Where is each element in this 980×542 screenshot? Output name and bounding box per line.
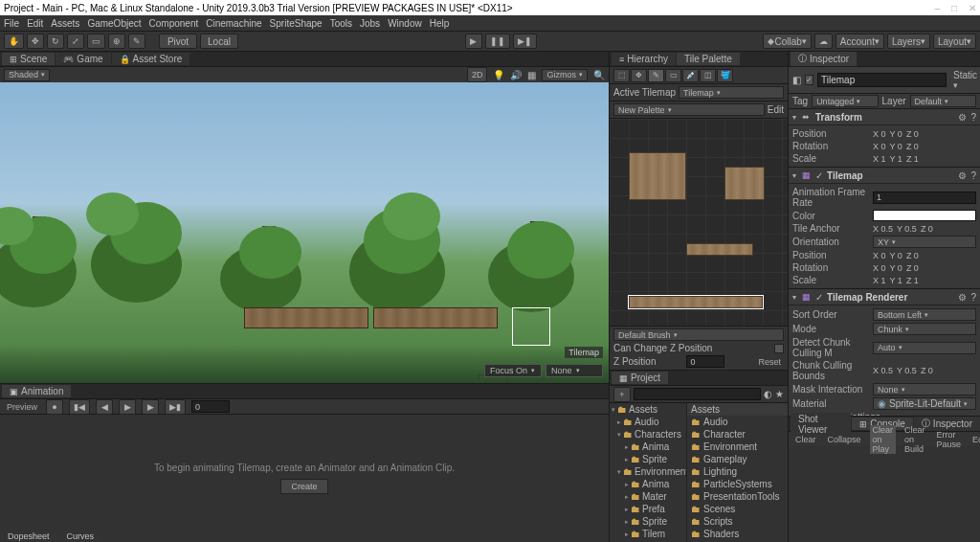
- scene-viewport[interactable]: Tilemap Focus On None: [0, 82, 609, 383]
- local-toggle[interactable]: Local: [200, 34, 238, 49]
- audio-icon[interactable]: 🔊: [510, 70, 522, 80]
- rotate-tool-icon[interactable]: ↻: [47, 34, 64, 49]
- 2d-toggle[interactable]: 2D: [467, 67, 488, 82]
- focus-none-dropdown[interactable]: None: [546, 364, 603, 377]
- pause-button[interactable]: ❚❚: [485, 34, 510, 49]
- z-position-input[interactable]: [686, 355, 724, 368]
- menu-window[interactable]: Window: [388, 18, 422, 29]
- mode-dropdown[interactable]: Chunk: [873, 323, 976, 335]
- project-search-input[interactable]: [634, 388, 761, 400]
- tab-game[interactable]: 🎮 Game: [56, 53, 110, 65]
- minimize-icon[interactable]: –: [934, 3, 940, 13]
- tp-brush-icon[interactable]: ✎: [648, 69, 664, 82]
- play-button[interactable]: ▶: [465, 34, 482, 49]
- tile-palette-canvas[interactable]: [610, 119, 788, 326]
- favorite-icon[interactable]: ★: [775, 389, 784, 399]
- tp-box-icon[interactable]: ▭: [665, 69, 681, 82]
- filter-icon[interactable]: ◐: [764, 389, 772, 399]
- focus-on-dropdown[interactable]: Focus On: [484, 364, 542, 377]
- menu-assets[interactable]: Assets: [51, 18, 79, 29]
- tilemap-enabled-checkbox[interactable]: ✓: [815, 170, 823, 181]
- tilemap-color-field[interactable]: [873, 210, 976, 221]
- dccm-dropdown[interactable]: Auto: [873, 342, 976, 354]
- active-tilemap-dropdown[interactable]: Tilemap: [679, 86, 784, 99]
- can-change-z-checkbox[interactable]: [774, 344, 784, 353]
- console-clear[interactable]: Clear: [792, 435, 819, 444]
- pivot-toggle[interactable]: Pivot: [159, 34, 197, 49]
- menu-tools[interactable]: Tools: [330, 18, 352, 29]
- custom-tool-icon[interactable]: ✎: [128, 34, 145, 49]
- anim-record-icon[interactable]: ●: [46, 399, 63, 415]
- anim-frame-rate-input[interactable]: [873, 192, 976, 204]
- object-enabled-checkbox[interactable]: ✓: [805, 75, 813, 85]
- menu-cinemachine[interactable]: Cinemachine: [206, 18, 261, 29]
- tab-animation[interactable]: ▣ Animation: [2, 385, 71, 397]
- tp-fill-icon[interactable]: 🪣: [717, 69, 733, 82]
- menu-spriteshape[interactable]: SpriteShape: [270, 18, 323, 29]
- mask-interaction-dropdown[interactable]: None: [873, 383, 976, 395]
- account-dropdown[interactable]: Account ▾: [835, 34, 884, 49]
- layer-dropdown[interactable]: Default: [910, 95, 976, 107]
- tilemap-gear-icon[interactable]: ⚙: [958, 170, 967, 181]
- tab-tilepalette[interactable]: Tile Palette: [677, 53, 740, 65]
- menu-gameobject[interactable]: GameObject: [87, 18, 141, 29]
- breadcrumb-assets[interactable]: Assets: [691, 404, 720, 415]
- tp-picker-icon[interactable]: 💉: [682, 69, 699, 82]
- menu-edit[interactable]: Edit: [27, 18, 43, 29]
- tab-hierarchy[interactable]: ≡ Hierarchy: [612, 53, 676, 65]
- tmr-gear-icon[interactable]: ⚙: [958, 292, 967, 303]
- menu-file[interactable]: File: [4, 18, 19, 29]
- hand-tool-icon[interactable]: ✋: [4, 34, 24, 49]
- transform-gear-icon[interactable]: ⚙: [958, 112, 967, 123]
- maximize-icon[interactable]: □: [951, 3, 957, 13]
- project-list[interactable]: Assets 🖿Audio 🖿Character 🖿Environment 🖿G…: [686, 403, 788, 542]
- sort-order-dropdown[interactable]: Bottom Left: [873, 308, 976, 321]
- static-dropdown[interactable]: Static ▾: [950, 70, 980, 90]
- scale-tool-icon[interactable]: ⤢: [67, 34, 84, 49]
- animation-create-button[interactable]: Create: [280, 479, 327, 494]
- project-tree[interactable]: 🖿Assets 🖿Audio 🖿Characters 🖿Anima 🖿Sprit…: [610, 403, 686, 542]
- anim-frame-input[interactable]: [191, 400, 230, 413]
- rect-tool-icon[interactable]: ▭: [87, 34, 105, 49]
- lighting-icon[interactable]: 💡: [493, 70, 504, 80]
- move-tool-icon[interactable]: ✥: [27, 34, 44, 49]
- console-collapse[interactable]: Collapse: [825, 435, 864, 444]
- layout-dropdown[interactable]: Layout ▾: [933, 34, 976, 49]
- console-clear-on-build[interactable]: Clear on Build: [902, 425, 928, 454]
- close-icon[interactable]: ✕: [969, 3, 976, 13]
- anim-play-icon[interactable]: ▶: [119, 399, 136, 415]
- tp-select-icon[interactable]: ⬚: [613, 69, 630, 82]
- menu-component[interactable]: Component: [149, 18, 199, 29]
- curves-tab[interactable]: Curves: [59, 531, 102, 542]
- anim-preview[interactable]: Preview: [4, 402, 40, 412]
- tab-scene[interactable]: ⊞ Scene: [2, 53, 55, 65]
- menu-help[interactable]: Help: [430, 18, 450, 29]
- anim-prev-icon[interactable]: ◀: [96, 399, 113, 415]
- shading-dropdown[interactable]: Shaded: [4, 69, 50, 81]
- tp-move-icon[interactable]: ✥: [631, 69, 647, 82]
- layers-dropdown[interactable]: Layers ▾: [887, 34, 930, 49]
- console-editor[interactable]: Edi: [969, 435, 980, 444]
- console-clear-on-play[interactable]: Clear on Play: [870, 425, 897, 454]
- orientation-dropdown[interactable]: XY: [873, 236, 976, 248]
- tag-dropdown[interactable]: Untagged: [812, 95, 878, 107]
- project-create-icon[interactable]: +: [613, 387, 631, 402]
- tp-erase-icon[interactable]: ◫: [700, 69, 716, 82]
- collab-dropdown[interactable]: ◆ Collab ▾: [763, 34, 811, 49]
- cloud-icon[interactable]: ☁: [814, 34, 833, 49]
- material-field[interactable]: ◉ Sprite-Lit-Default: [873, 397, 976, 410]
- gizmos-dropdown[interactable]: Gizmos: [542, 69, 588, 81]
- anim-first-icon[interactable]: ▮◀: [69, 399, 90, 415]
- fx-icon[interactable]: ▦: [527, 70, 536, 80]
- search-icon[interactable]: 🔍: [593, 70, 605, 80]
- z-reset-button[interactable]: Reset: [755, 357, 784, 367]
- dopesheet-tab[interactable]: Dopesheet: [0, 531, 57, 542]
- tab-shotviewer[interactable]: Shot Viewer: [791, 413, 851, 436]
- palette-dropdown[interactable]: New Palette: [613, 103, 765, 116]
- transform-tool-icon[interactable]: ⊕: [108, 34, 125, 49]
- menu-jobs[interactable]: Jobs: [360, 18, 380, 29]
- tab-inspector[interactable]: ⓘ Inspector: [791, 52, 857, 66]
- anim-next-icon[interactable]: ▶: [142, 399, 159, 415]
- transform-help-icon[interactable]: ?: [970, 112, 976, 123]
- object-name-input[interactable]: [817, 73, 947, 87]
